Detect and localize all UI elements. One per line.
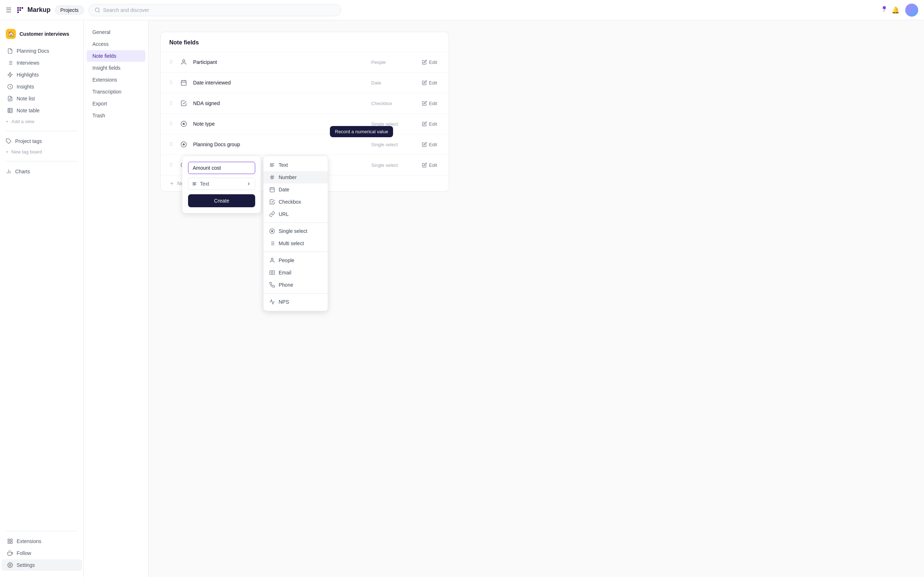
note-fields-header: Note fields bbox=[161, 32, 448, 52]
single-select-icon bbox=[179, 119, 189, 129]
svg-point-57 bbox=[272, 230, 273, 232]
svg-line-50 bbox=[271, 175, 272, 179]
drag-handle[interactable]: ⠿ bbox=[169, 142, 173, 147]
drag-handle[interactable]: ⠿ bbox=[169, 59, 173, 65]
type-option-phone[interactable]: Phone bbox=[264, 279, 328, 291]
sidebar-item-extensions[interactable]: Extensions bbox=[2, 535, 82, 547]
type-option-number[interactable]: Number bbox=[264, 171, 328, 184]
secondary-nav: General Access Note fields Insight field… bbox=[84, 20, 149, 577]
new-field-popup: Text Create bbox=[182, 156, 261, 213]
text-icon bbox=[269, 162, 275, 168]
svg-rect-19 bbox=[8, 539, 10, 541]
notifications-button[interactable]: 🔔 bbox=[892, 6, 900, 14]
sec-nav-transcription[interactable]: Transcription bbox=[87, 86, 145, 97]
svg-rect-20 bbox=[10, 539, 12, 541]
sec-nav-general[interactable]: General bbox=[87, 26, 145, 38]
search-icon bbox=[95, 7, 100, 13]
date-type-icon bbox=[269, 187, 275, 192]
avatar[interactable] bbox=[905, 3, 918, 17]
type-option-email[interactable]: Email bbox=[264, 266, 328, 279]
sidebar-item-follow[interactable]: Follow bbox=[2, 547, 82, 559]
type-option-single-select[interactable]: Single select bbox=[264, 225, 328, 237]
drag-handle[interactable]: ⠿ bbox=[169, 162, 173, 168]
notif-dot bbox=[883, 6, 886, 9]
edit-button-nda-signed[interactable]: Edit bbox=[419, 99, 440, 108]
workspace-item[interactable]: 🏠 Customer interviews bbox=[2, 26, 82, 42]
sec-nav-extensions[interactable]: Extensions bbox=[87, 74, 145, 85]
type-option-people[interactable]: People bbox=[264, 254, 328, 266]
projects-button[interactable]: Projects bbox=[55, 5, 84, 15]
sidebar-bottom: Extensions Follow Settings bbox=[0, 527, 84, 571]
help-button[interactable]: ? bbox=[882, 6, 886, 14]
nps-icon bbox=[269, 299, 275, 305]
sidebar-charts[interactable]: Charts bbox=[0, 166, 84, 177]
sidebar-item-note-list[interactable]: Note list bbox=[2, 93, 82, 104]
edit-button-note-type[interactable]: Edit bbox=[419, 120, 440, 128]
edit-button-interviews-group[interactable]: Edit bbox=[419, 161, 440, 169]
new-tag-board-item[interactable]: + New tag board bbox=[0, 147, 84, 157]
type-option-multi-select[interactable]: Multi select bbox=[264, 237, 328, 250]
url-icon bbox=[269, 211, 275, 217]
app-layout: 🏠 Customer interviews Planning Docs Inte… bbox=[0, 20, 924, 577]
number-tooltip: Record a numerical value bbox=[330, 126, 393, 137]
sec-nav-note-fields[interactable]: Note fields bbox=[87, 50, 145, 62]
checkbox-icon bbox=[179, 98, 189, 108]
add-view-item[interactable]: + Add a view bbox=[0, 117, 84, 126]
field-type-selector[interactable]: Text bbox=[188, 178, 255, 190]
sidebar-divider-3 bbox=[6, 531, 77, 531]
charts-icon bbox=[6, 169, 11, 174]
drag-handle[interactable]: ⠿ bbox=[169, 100, 173, 106]
svg-line-51 bbox=[273, 175, 273, 179]
drag-handle[interactable]: ⠿ bbox=[169, 121, 173, 127]
svg-marker-7 bbox=[8, 72, 12, 77]
text-type-icon bbox=[192, 181, 197, 186]
sidebar-item-insights[interactable]: Insights bbox=[2, 81, 82, 92]
extensions-icon bbox=[7, 538, 13, 544]
sidebar-project-tags[interactable]: Project tags bbox=[0, 135, 84, 147]
insights-icon bbox=[7, 84, 13, 90]
search-bar[interactable]: Search and discover bbox=[88, 4, 341, 16]
edit-icon bbox=[422, 142, 427, 147]
type-option-text[interactable]: Text bbox=[264, 159, 328, 171]
svg-rect-21 bbox=[10, 542, 12, 543]
type-divider-3 bbox=[264, 293, 328, 293]
workspace-icon: 🏠 bbox=[6, 29, 16, 39]
sidebar-item-settings[interactable]: Settings bbox=[2, 559, 82, 571]
single-select-type-icon bbox=[269, 228, 275, 234]
edit-button-participant[interactable]: Edit bbox=[419, 58, 440, 66]
hamburger-icon[interactable]: ☰ bbox=[6, 6, 11, 14]
sec-nav-trash[interactable]: Trash bbox=[87, 110, 145, 121]
type-option-url[interactable]: URL bbox=[264, 208, 328, 220]
field-row-planning-docs-group: ⠿ Planning Docs group Single select Edit bbox=[161, 134, 448, 155]
edit-button-planning-docs-group[interactable]: Edit bbox=[419, 140, 440, 149]
svg-point-33 bbox=[183, 123, 185, 125]
highlight-icon bbox=[7, 72, 13, 77]
phone-icon bbox=[269, 282, 275, 288]
sidebar-item-interviews[interactable]: Interviews bbox=[2, 57, 82, 69]
sidebar-item-planning-docs[interactable]: Planning Docs bbox=[2, 45, 82, 57]
type-option-checkbox[interactable]: Checkbox bbox=[264, 196, 328, 208]
field-row-participant: ⠿ Participant People Edit bbox=[161, 52, 448, 73]
sidebar-nav: Planning Docs Interviews Highlights Insi… bbox=[0, 45, 84, 126]
edit-button-date-interviewed[interactable]: Edit bbox=[419, 79, 440, 87]
drag-handle[interactable]: ⠿ bbox=[169, 80, 173, 85]
edit-icon bbox=[422, 101, 427, 106]
svg-point-27 bbox=[183, 60, 185, 62]
note-icon bbox=[7, 96, 13, 102]
svg-point-64 bbox=[271, 258, 273, 260]
edit-icon bbox=[422, 163, 427, 168]
edit-icon bbox=[422, 80, 427, 85]
create-field-button[interactable]: Create bbox=[188, 194, 255, 207]
sidebar-item-highlights[interactable]: Highlights bbox=[2, 69, 82, 81]
field-row-nda-signed: ⠿ NDA signed Checkbox Edit bbox=[161, 93, 448, 114]
type-divider-1 bbox=[264, 222, 328, 223]
sec-nav-insight-fields[interactable]: Insight fields bbox=[87, 62, 145, 74]
sidebar-item-note-table[interactable]: Note table bbox=[2, 105, 82, 116]
type-option-date[interactable]: Date bbox=[264, 184, 328, 196]
sec-nav-access[interactable]: Access bbox=[87, 38, 145, 50]
type-option-nps[interactable]: NPS bbox=[264, 296, 328, 308]
type-dropdown: Text Number Date Checkbox bbox=[263, 156, 328, 311]
field-name-input[interactable] bbox=[188, 162, 255, 174]
multi-select-icon bbox=[269, 240, 275, 246]
sec-nav-export[interactable]: Export bbox=[87, 98, 145, 110]
